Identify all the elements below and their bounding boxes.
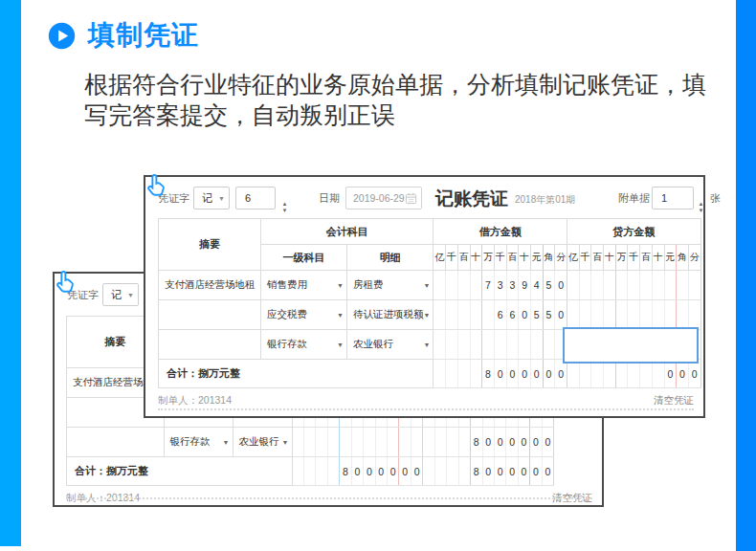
credit-digit-cell (579, 300, 591, 330)
digit-column-header: 百 (591, 245, 604, 271)
subject-cell[interactable]: 银行存款▼ (164, 428, 233, 457)
stepper-down-icon[interactable]: ▼ (278, 208, 291, 214)
total-debit-digit-cell (470, 360, 482, 388)
subject-cell[interactable]: 应交税费▼ (261, 300, 347, 330)
chevron-down-icon[interactable]: ▼ (282, 439, 289, 446)
debit-digit-cell (327, 428, 339, 457)
voucher-type-value: 记 (103, 288, 122, 302)
attach-label: 附单据 (618, 191, 650, 206)
subject-text: 销售费用 (261, 278, 307, 292)
subject-cell[interactable]: 销售费用▼ (261, 271, 347, 300)
detail-cell[interactable]: 农业银行▼ (233, 428, 292, 457)
credit-digit-cell (604, 300, 616, 330)
voucher-type-select[interactable]: 记▼ (102, 283, 139, 306)
voucher-number-input[interactable]: 6 (235, 187, 276, 209)
digit-column-header: 分 (688, 245, 700, 271)
date-value: 2019-06-29 (346, 192, 405, 204)
total-credit-digit-cell: 0 (677, 360, 689, 388)
debit-digit-cell (470, 330, 482, 360)
section-header: 填制凭证 (48, 17, 199, 54)
calendar-icon[interactable] (405, 192, 417, 205)
detail-cell[interactable]: 房租费▼ (347, 271, 434, 300)
stepper-up-icon[interactable]: ▲ (278, 201, 291, 208)
total-label-cell: 合计：捌万元整 (67, 457, 293, 486)
attach-count-input[interactable]: 1 (652, 187, 694, 209)
stepper-up-icon[interactable]: ▲ (695, 201, 707, 208)
credit-digit-cell (652, 300, 664, 330)
chevron-down-icon[interactable]: ▼ (424, 312, 431, 319)
subject-text: 银行存款 (261, 338, 307, 351)
summary-cell[interactable] (67, 428, 165, 457)
debit-digit-cell (519, 330, 531, 360)
debit-digit-cell (482, 330, 495, 360)
digit-column-header: 角 (677, 245, 689, 271)
debit-digit-cell (375, 428, 387, 457)
debit-digit-cell: 7 (482, 271, 495, 300)
digit-column-header: 百 (506, 245, 519, 271)
debit-digit-cell (506, 330, 519, 360)
credit-digit-cell (567, 271, 580, 300)
date-input[interactable]: 2019-06-29 (345, 187, 422, 209)
total-debit-digit-cell: 0 (506, 360, 519, 388)
total-debit-digit-cell: 0 (364, 457, 375, 486)
chevron-down-icon[interactable]: ▼ (424, 342, 431, 348)
credit-digit-cell (604, 271, 616, 300)
debit-digit-cell (411, 428, 422, 457)
total-debit-digit-cell: 0 (494, 360, 506, 388)
credit-digit-cell (688, 300, 700, 330)
debit-digit-cell: 0 (555, 271, 567, 300)
summary-cell[interactable] (159, 300, 261, 330)
clear-voucher-button[interactable]: 清空凭证 (654, 394, 694, 408)
debit-digit-cell (399, 428, 411, 457)
digit-column-header: 百 (457, 245, 470, 271)
chevron-down-icon[interactable]: ▼ (337, 342, 344, 348)
credit-digit-cell (615, 271, 628, 300)
summary-cell[interactable]: 支付酒店经营场地租 (159, 271, 261, 300)
attach-count-stepper[interactable]: ▲▼ (695, 197, 707, 218)
detail-cell[interactable]: 农业银行▼ (347, 330, 434, 360)
footer-dotted-divider (158, 408, 694, 410)
subject-cell[interactable]: 银行存款▼ (261, 330, 347, 360)
debit-digit-cell: 9 (519, 271, 531, 300)
voucher-type-select[interactable]: 记▼ (193, 187, 230, 209)
debit-digit-cell (530, 330, 543, 360)
total-credit-digit-cell: 0 (518, 457, 529, 486)
debit-digit-cell (470, 300, 482, 330)
total-credit-digit-cell (640, 360, 653, 388)
chevron-down-icon[interactable]: ▼ (424, 282, 431, 289)
detail-cell[interactable]: 待认证进项税额▼ (347, 300, 434, 330)
digit-column-header: 分 (555, 245, 567, 271)
credit-digit-cell (458, 428, 470, 457)
chevron-down-icon[interactable]: ▼ (223, 439, 230, 446)
total-credit-digit-cell: 0 (506, 457, 518, 486)
detail-text: 农业银行 (347, 338, 393, 351)
subject-column-header: 一级科目 (261, 245, 347, 271)
digit-column-header: 百 (640, 245, 653, 271)
voucher-number-stepper[interactable]: ▲▼ (278, 197, 291, 218)
date-label: 日期 (319, 191, 340, 206)
credit-digit-cell: 0 (482, 428, 494, 457)
debit-digit-cell: 6 (494, 300, 506, 330)
chevron-down-icon[interactable]: ▼ (337, 312, 344, 319)
page-title: 填制凭证 (88, 17, 199, 54)
debit-amount-header: 借方金额 (434, 219, 567, 245)
summary-cell[interactable] (159, 330, 261, 360)
voucher-row: 支付酒店经营场地租销售费用▼房租费▼7339450 (159, 271, 701, 300)
digit-column-header: 十 (519, 245, 531, 271)
total-debit-digit-cell (327, 457, 339, 486)
total-debit-digit-cell (292, 457, 303, 486)
digit-column-header: 十 (652, 245, 664, 271)
left-accent-bar (0, 0, 21, 546)
digit-column-header: 十 (604, 245, 616, 271)
total-debit-digit-cell: 0 (399, 457, 411, 486)
debit-digit-cell: 5 (543, 300, 555, 330)
chevron-down-icon: ▼ (218, 195, 225, 202)
total-label-cell: 合计：捌万元整 (159, 360, 434, 388)
voucher-maker-label: 制单人：201314 (158, 394, 232, 408)
account-title-header: 会计科目 (261, 219, 434, 245)
chevron-down-icon[interactable]: ▼ (337, 282, 344, 289)
stepper-down-icon[interactable]: ▼ (695, 208, 707, 214)
total-credit-digit-cell: 0 (530, 457, 542, 486)
debit-digit-cell (457, 330, 470, 360)
credit-amount-input[interactable] (563, 327, 700, 364)
